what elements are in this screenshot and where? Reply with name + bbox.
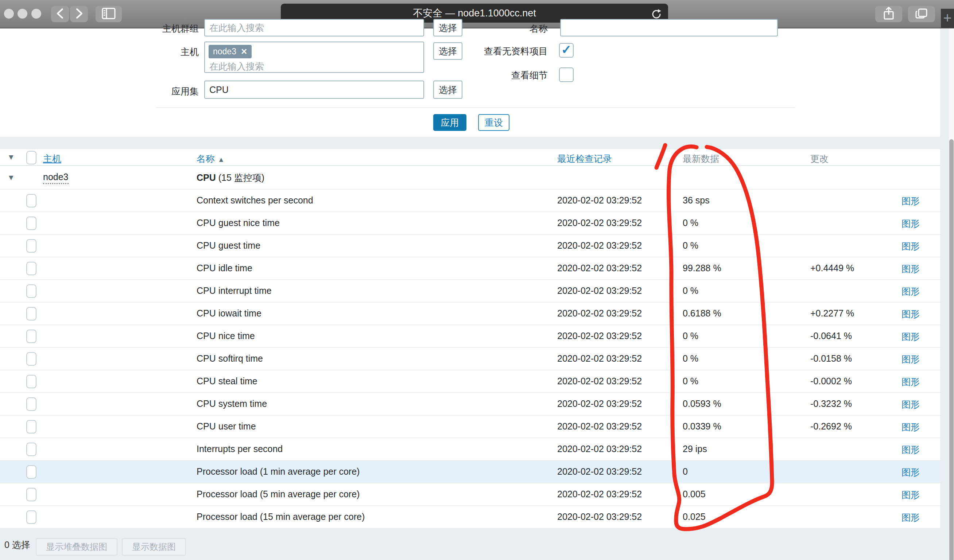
host-group-input[interactable]: 在此输入搜索 xyxy=(204,28,424,36)
back-button[interactable] xyxy=(51,6,69,22)
host-group-label: 主机群组 xyxy=(95,28,199,35)
item-name: Processor load (15 min average per core) xyxy=(196,512,365,522)
item-latest-value: 0 % xyxy=(683,218,698,228)
graph-link[interactable]: 图形 xyxy=(901,240,920,252)
show-stacked-graph-button[interactable]: 显示堆叠数据图 xyxy=(36,538,117,555)
item-name: Interrupts per second xyxy=(196,444,283,454)
table-footer: 0 选择 显示堆叠数据图 显示数据图 xyxy=(0,529,940,560)
item-latest-value: 0.0593 % xyxy=(683,398,721,409)
filter-divider xyxy=(156,107,795,108)
item-change-value: -0.0002 % xyxy=(810,376,852,386)
select-button-label: 选择 xyxy=(439,84,457,96)
item-name: CPU softirq time xyxy=(196,353,263,364)
table-row: Processor load (1 min average per core)2… xyxy=(0,461,940,484)
graph-link[interactable]: 图形 xyxy=(901,195,920,207)
show-items-without-data-label: 查看无资料项目 xyxy=(438,45,548,57)
new-tab-button[interactable]: + xyxy=(941,9,954,28)
row-checkbox[interactable] xyxy=(26,352,36,368)
header-host[interactable]: 主机 xyxy=(43,153,61,165)
host-tag[interactable]: node3 ✕ xyxy=(209,45,252,58)
name-filter-input[interactable] xyxy=(560,28,778,36)
item-name: CPU nice time xyxy=(196,331,255,341)
select-all-checkbox[interactable] xyxy=(26,151,36,166)
graph-link[interactable]: 图形 xyxy=(901,353,920,365)
graph-link[interactable]: 图形 xyxy=(901,308,920,320)
item-change-value: -0.0158 % xyxy=(810,353,852,364)
graph-link[interactable]: 图形 xyxy=(901,489,920,501)
graph-link[interactable]: 图形 xyxy=(901,398,920,411)
plus-icon: + xyxy=(943,10,951,26)
item-last-check: 2020-02-02 03:29:52 xyxy=(557,331,642,341)
scrollbar-thumb[interactable] xyxy=(949,139,954,560)
sidebar-toggle-button[interactable] xyxy=(95,6,122,22)
item-last-check: 2020-02-02 03:29:52 xyxy=(557,512,642,522)
row-checkbox[interactable] xyxy=(26,420,36,436)
table-row: Interrupts per second2020-02-02 03:29:52… xyxy=(0,438,940,461)
item-name: CPU system time xyxy=(196,398,267,409)
remove-tag-icon[interactable]: ✕ xyxy=(241,47,247,56)
row-checkbox[interactable] xyxy=(26,443,36,458)
select-button-label: 选择 xyxy=(439,28,457,34)
row-checkbox[interactable] xyxy=(26,239,36,255)
window-zoom-button[interactable] xyxy=(31,9,41,19)
show-items-without-data-checkbox[interactable]: ✓ xyxy=(559,43,574,58)
row-checkbox[interactable] xyxy=(26,307,36,323)
application-select-button[interactable]: 选择 xyxy=(433,81,462,99)
show-graph-button[interactable]: 显示数据图 xyxy=(122,538,186,555)
row-checkbox[interactable] xyxy=(26,488,36,504)
row-checkbox[interactable] xyxy=(26,194,36,210)
table-row: CPU interrupt time2020-02-02 03:29:520 %… xyxy=(0,280,940,303)
table-row: CPU iowait time2020-02-02 03:29:520.6188… xyxy=(0,303,940,325)
graph-link[interactable]: 图形 xyxy=(901,444,920,456)
graph-link[interactable]: 图形 xyxy=(901,285,920,297)
collapse-all-icon[interactable]: ▼ xyxy=(7,153,15,162)
tabs-icon xyxy=(915,8,928,21)
graph-link[interactable]: 图形 xyxy=(901,376,920,388)
row-checkbox[interactable] xyxy=(26,285,36,300)
row-checkbox[interactable] xyxy=(26,510,36,526)
window-close-button[interactable] xyxy=(4,9,14,19)
application-input[interactable]: CPU xyxy=(204,81,424,99)
graph-link[interactable]: 图形 xyxy=(901,331,920,343)
table-row: CPU guest nice time2020-02-02 03:29:520 … xyxy=(0,212,940,235)
header-last-check[interactable]: 最近检查记录 xyxy=(557,153,612,165)
graph-link[interactable]: 图形 xyxy=(901,421,920,433)
graph-link[interactable]: 图形 xyxy=(901,263,920,275)
host-multiselect[interactable]: node3 ✕ 在此输入搜索 xyxy=(204,42,424,73)
item-last-check: 2020-02-02 03:29:52 xyxy=(557,398,642,409)
host-group-row: ▼ node3 CPU (15 监控项) xyxy=(0,166,940,190)
tab-overview-button[interactable] xyxy=(908,6,935,22)
graph-link[interactable]: 图形 xyxy=(901,512,920,524)
table-row: Context switches per second2020-02-02 03… xyxy=(0,190,940,212)
header-name[interactable]: 名称▲ xyxy=(196,153,224,165)
row-checkbox[interactable] xyxy=(26,375,36,390)
reset-button[interactable]: 重设 xyxy=(478,114,510,131)
forward-button[interactable] xyxy=(70,6,88,22)
reload-icon[interactable] xyxy=(651,7,662,19)
page-content: 主机群组 在此输入搜索 选择 名称 主机 node3 ✕ 在此输入搜索 选择 查… xyxy=(0,28,954,560)
item-latest-value: 0.005 xyxy=(683,489,706,499)
header-name-label[interactable]: 名称 xyxy=(196,154,215,164)
graph-link[interactable]: 图形 xyxy=(901,466,920,478)
show-details-checkbox[interactable] xyxy=(559,67,574,82)
chevron-right-icon xyxy=(75,8,84,20)
header-change: 更改 xyxy=(810,153,829,165)
row-checkbox[interactable] xyxy=(26,330,36,345)
collapse-group-icon[interactable]: ▼ xyxy=(7,173,15,182)
host-group-select-button[interactable]: 选择 xyxy=(433,28,462,36)
host-name-link[interactable]: node3 xyxy=(43,172,69,184)
row-checkbox[interactable] xyxy=(26,397,36,413)
item-latest-value: 29 ips xyxy=(683,444,707,454)
row-checkbox[interactable] xyxy=(26,465,36,481)
window-minimize-button[interactable] xyxy=(17,9,27,19)
graph-link[interactable]: 图形 xyxy=(901,218,920,230)
application-label: 应用集 xyxy=(153,85,199,97)
selected-count: 0 选择 xyxy=(5,539,30,551)
row-checkbox[interactable] xyxy=(26,216,36,232)
item-name: Processor load (5 min average per core) xyxy=(196,489,360,499)
table-row: CPU system time2020-02-02 03:29:520.0593… xyxy=(0,393,940,415)
row-checkbox[interactable] xyxy=(26,262,36,277)
item-latest-value: 0 % xyxy=(683,331,698,341)
apply-button[interactable]: 应用 xyxy=(433,114,466,131)
share-button[interactable] xyxy=(875,6,902,22)
